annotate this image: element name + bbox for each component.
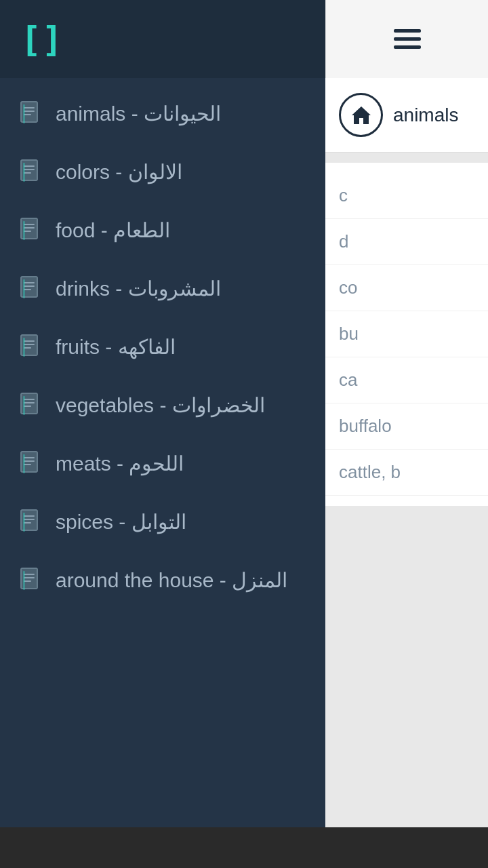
doc-icon [20,159,42,185]
sidebar-item-label: fruits - الفاكهه [56,333,305,361]
doc-icon [20,509,42,535]
doc-icon [20,276,42,302]
sidebar-item-fruits[interactable]: fruits - الفاكهه [0,318,325,376]
doc-icon [20,393,42,418]
svg-rect-11 [23,163,25,182]
svg-rect-29 [23,338,25,357]
right-panel-content: cdcobucabuffalocattle, b [325,163,488,506]
sidebar-item-label: vegetables - الخضراوات [56,391,305,420]
header-left: [] [0,0,325,78]
menu-button[interactable] [380,12,434,66]
doc-icon [20,218,42,243]
doc-icon [20,451,42,477]
doc-icon [20,334,42,360]
logo: [] [20,22,63,57]
sidebar-item-meats[interactable]: meats - اللحوم [0,435,325,493]
right-list-item[interactable]: d [325,219,488,265]
right-list-item[interactable]: buffalo [325,403,488,450]
header-right [325,0,488,78]
sidebar-item-food[interactable]: food - الطعام [0,201,325,260]
sidebar-item-label: drinks - المشروبات [56,275,305,303]
sidebar-item-drinks[interactable]: drinks - المشروبات [0,260,325,318]
sidebar-item-around-the-house[interactable]: around the house - المنزل [0,551,325,610]
svg-rect-53 [23,571,25,590]
right-panel-title: animals [393,104,458,126]
sidebar-item-label: around the house - المنزل [56,566,305,595]
right-list-item[interactable]: c [325,173,488,219]
sidebar-item-label: spices - التوابل [56,508,305,536]
sidebar-item-vegetables[interactable]: vegetables - الخضراوات [0,376,325,435]
sidebar-item-label: animals - الحيوانات [56,100,305,128]
home-icon [349,103,373,127]
svg-rect-5 [23,104,25,123]
sidebar-item-colors[interactable]: colors - الالوان [0,143,325,201]
sidebar-item-label: colors - الالوان [56,158,305,186]
header: [] [0,0,488,78]
right-list-item[interactable]: co [325,265,488,311]
doc-icon [20,101,42,127]
svg-rect-23 [23,279,25,298]
sidebar-item-spices[interactable]: spices - التوابل [0,493,325,551]
sidebar: animals - الحيوانات colors - الالوان [0,78,325,868]
home-icon-circle [339,93,383,137]
right-list-item[interactable]: bu [325,311,488,357]
right-list-item[interactable]: cattle, b [325,450,488,496]
svg-rect-47 [23,513,25,532]
svg-rect-17 [23,221,25,240]
hamburger-line-2 [394,37,421,41]
right-panel: animals cdcobucabuffalocattle, b [325,78,488,868]
hamburger-line-3 [394,45,421,49]
right-list-item[interactable]: ca [325,357,488,403]
svg-rect-41 [23,454,25,473]
sidebar-item-label: food - الطعام [56,216,305,245]
bottom-bar [0,827,488,868]
right-panel-header: animals [325,78,488,153]
doc-icon [20,568,42,593]
sidebar-item-animals[interactable]: animals - الحيوانات [0,85,325,143]
sidebar-item-label: meats - اللحوم [56,450,305,478]
hamburger-line-1 [394,29,421,33]
svg-rect-35 [23,396,25,415]
